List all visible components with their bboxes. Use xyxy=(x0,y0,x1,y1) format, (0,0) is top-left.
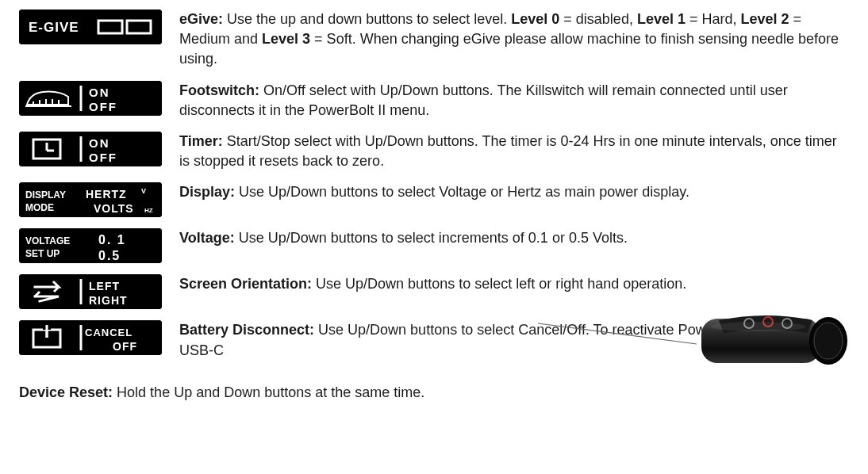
device-image-wrap xyxy=(687,309,854,378)
svg-text:HERTZ: HERTZ xyxy=(86,188,127,201)
svg-text:LEFT: LEFT xyxy=(89,280,120,292)
svg-point-47 xyxy=(711,322,806,331)
row-battery: CANCEL OFF Battery Disconnect: Use Up/Do… xyxy=(19,320,849,377)
svg-text:MODE: MODE xyxy=(25,202,54,213)
egive-icon: E-GIVE xyxy=(19,10,162,44)
battery-description: Battery Disconnect: Use Up/Down buttons … xyxy=(179,320,849,377)
battery-icon: CANCEL OFF xyxy=(19,320,162,355)
display-body: Use Up/Down buttons to select Voltage or… xyxy=(239,184,689,200)
timer-description: Timer: Start/Stop select with Up/Down bu… xyxy=(179,132,849,171)
orientation-icon: LEFT RIGHT xyxy=(19,274,162,309)
svg-text:VOLTAGE: VOLTAGE xyxy=(25,235,70,247)
orientation-title: Screen Orientation: xyxy=(179,276,312,292)
device-reset-body: Hold the Up and Down buttons at the same… xyxy=(117,384,424,400)
svg-text:CANCEL: CANCEL xyxy=(85,327,133,338)
timer-icon: ON OFF xyxy=(19,132,162,166)
row-device-reset: Device Reset: Hold the Up and Down butto… xyxy=(19,383,849,403)
orientation-body: Use Up/Down buttons to select left or ri… xyxy=(316,276,686,292)
svg-text:ON: ON xyxy=(89,136,110,150)
timer-title: Timer: xyxy=(179,133,223,149)
footswitch-title: Footswitch: xyxy=(179,82,259,98)
svg-text:VOLTS: VOLTS xyxy=(94,202,134,215)
footswitch-description: Footswitch: On/Off select with Up/Down b… xyxy=(179,81,849,120)
egive-title: eGive: xyxy=(179,11,223,27)
svg-text:SET UP: SET UP xyxy=(25,248,60,259)
svg-text:OFF: OFF xyxy=(89,100,117,113)
svg-text:DISPLAY: DISPLAY xyxy=(25,189,66,201)
svg-point-43 xyxy=(814,323,843,359)
egive-description: eGive: Use the up and down buttons to se… xyxy=(179,10,849,70)
svg-text:0.5: 0.5 xyxy=(98,249,121,262)
footswitch-body: On/Off select with Up/Down buttons. The … xyxy=(179,82,788,118)
voltage-title: Voltage: xyxy=(179,230,235,246)
row-footswitch: ON OFF Footswitch: On/Off select with Up… xyxy=(19,81,849,120)
egive-body: Use the up and down buttons to select le… xyxy=(179,11,839,67)
row-egive: E-GIVE eGive: Use the up and down button… xyxy=(19,10,849,70)
voltage-body: Use Up/Down buttons to select increments… xyxy=(239,230,628,246)
voltage-description: Voltage: Use Up/Down buttons to select i… xyxy=(179,228,849,248)
row-timer: ON OFF Timer: Start/Stop select with Up/… xyxy=(19,132,849,171)
svg-text:OFF: OFF xyxy=(113,340,137,353)
row-voltage: VOLTAGE SET UP 0. 1 0.5 Voltage: Use Up/… xyxy=(19,228,849,263)
svg-text:E-GIVE: E-GIVE xyxy=(29,20,79,35)
display-description: Display: Use Up/Down buttons to select V… xyxy=(179,182,849,202)
powerbolt-device-icon xyxy=(687,309,854,373)
footswitch-icon: ON OFF xyxy=(19,81,162,116)
voltage-icon: VOLTAGE SET UP 0. 1 0.5 xyxy=(19,228,162,263)
timer-body: Start/Stop select with Up/Down buttons. … xyxy=(179,133,837,169)
svg-text:RIGHT: RIGHT xyxy=(89,294,128,307)
svg-text:ON: ON xyxy=(89,86,110,99)
row-orientation: LEFT RIGHT Screen Orientation: Use Up/Do… xyxy=(19,274,849,309)
display-title: Display: xyxy=(179,184,235,200)
device-reset-title: Device Reset: xyxy=(19,384,113,400)
svg-text:HZ: HZ xyxy=(144,207,153,214)
svg-text:0. 1: 0. 1 xyxy=(98,233,126,247)
row-display: DISPLAY MODE HERTZ V VOLTS HZ Display: U… xyxy=(19,182,849,217)
svg-text:V: V xyxy=(141,187,146,195)
svg-text:OFF: OFF xyxy=(89,151,117,164)
orientation-description: Screen Orientation: Use Up/Down buttons … xyxy=(179,274,849,294)
display-icon: DISPLAY MODE HERTZ V VOLTS HZ xyxy=(19,182,162,217)
battery-title: Battery Disconnect: xyxy=(179,322,314,338)
